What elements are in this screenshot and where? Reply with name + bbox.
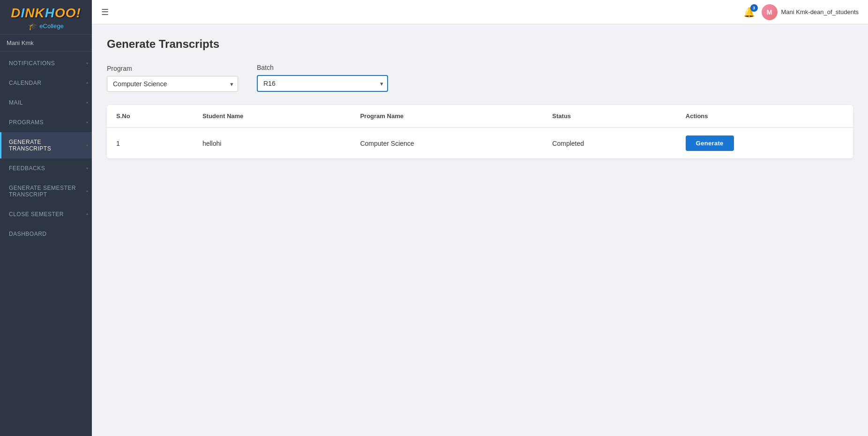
program-select-wrapper: Computer Science Information Technology … [107,76,238,92]
table-header-row: S.No Student Name Program Name Status Ac… [107,105,853,128]
col-header-program-name: Program Name [351,105,543,128]
col-header-actions: Actions [676,105,853,128]
table-container: S.No Student Name Program Name Status Ac… [107,105,853,158]
batch-label: Batch [257,64,388,71]
hamburger-icon[interactable]: ☰ [101,7,109,17]
program-label: Program [107,65,238,72]
sidebar-user: Mani Kmk [0,35,92,52]
divider-dot [86,121,88,123]
divider-dot [86,190,88,192]
sidebar-item-dashboard[interactable]: Dashboard [0,224,92,244]
sidebar: DINKHOO! 🎓 eCollege Mani Kmk NOTIFICATIO… [0,0,92,436]
sidebar-nav: NOTIFICATIONS CALENDAR MAIL PROGRAMS GEN… [0,52,92,244]
batch-select[interactable]: R16 R17 R18 R19 [257,75,388,92]
program-filter-group: Program Computer Science Information Tec… [107,65,238,92]
sidebar-item-generate-transcripts[interactable]: GENERATE TRANSCRIPTS [0,132,92,158]
divider-dot [86,213,88,215]
sidebar-item-notifications[interactable]: NOTIFICATIONS [0,53,92,73]
divider-dot [86,167,88,169]
col-header-status: Status [543,105,676,128]
cell-action: Generate [676,128,853,158]
cell-program-name: Computer Science [351,128,543,158]
avatar: M [762,4,778,20]
user-info[interactable]: M Mani Kmk-dean_of_students [762,4,859,20]
topbar-right: 🔔 3 M Mani Kmk-dean_of_students [743,4,859,20]
divider-dot [86,102,88,104]
divider-dot [86,82,88,84]
cell-sno: 1 [107,128,193,158]
batch-filter-group: Batch R16 R17 R18 R19 ▾ [257,64,388,92]
sidebar-logo: DINKHOO! 🎓 eCollege [0,0,92,35]
batch-select-wrapper: R16 R17 R18 R19 ▾ [257,75,388,92]
sidebar-item-mail[interactable]: MAIL [0,93,92,113]
sidebar-item-feedbacks[interactable]: FEEDBACKS [0,158,92,178]
col-header-sno: S.No [107,105,193,128]
cell-status: Completed [543,128,676,158]
divider-dot [86,62,88,64]
logo-dinkhoo: DINKHOO! [11,6,81,21]
logo-ecollege: 🎓 eCollege [28,22,63,30]
sidebar-item-calendar[interactable]: CALENDAR [0,73,92,93]
cell-student-name: hellohi [193,128,351,158]
generate-button[interactable]: Generate [686,135,734,151]
topbar: ☰ 🔔 3 M Mani Kmk-dean_of_students [92,0,868,24]
user-name: Mani Kmk-dean_of_students [781,8,859,15]
transcripts-table: S.No Student Name Program Name Status Ac… [107,105,853,158]
main-area: ☰ 🔔 3 M Mani Kmk-dean_of_students Genera… [92,0,868,436]
page-title: Generate Transcripts [107,38,853,51]
col-header-student-name: Student Name [193,105,351,128]
content-area: Generate Transcripts Program Computer Sc… [92,24,868,436]
sidebar-item-generate-semester-transcript[interactable]: GENERATE SEMESTER TRANSCRIPT [0,178,92,204]
notification-badge: 3 [750,4,758,12]
sidebar-item-programs[interactable]: PROGRAMS [0,113,92,132]
table-header: S.No Student Name Program Name Status Ac… [107,105,853,128]
sidebar-item-close-semester[interactable]: CLOSE SEMESTER [0,204,92,224]
notification-bell[interactable]: 🔔 3 [743,7,755,18]
program-select[interactable]: Computer Science Information Technology … [107,76,238,92]
topbar-left: ☰ [101,7,109,17]
filters-row: Program Computer Science Information Tec… [107,64,853,92]
divider-dot [86,144,88,146]
table-row: 1 hellohi Computer Science Completed Gen… [107,128,853,158]
table-body: 1 hellohi Computer Science Completed Gen… [107,128,853,158]
